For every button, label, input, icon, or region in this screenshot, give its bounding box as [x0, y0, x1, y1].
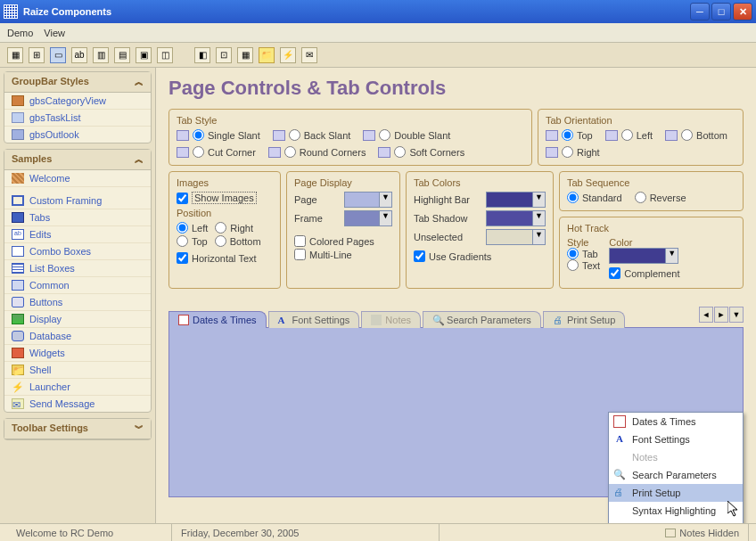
tab-print-setup[interactable]: 🖨Print Setup [543, 311, 625, 328]
toolbar-btn-14[interactable]: ✉ [301, 47, 317, 63]
group-groupbar-styles: GroupBar Styles ︽ gbsCategoryView gbsTas… [4, 71, 152, 143]
label-unselected: Unselected [414, 232, 481, 242]
tab-font-settings[interactable]: AFont Settings [268, 311, 360, 328]
sidebar-item-welcome[interactable]: Welcome [4, 170, 151, 187]
label-highlight: Highlight Bar [414, 194, 481, 205]
radio-seq-reverse[interactable]: Reverse [635, 192, 686, 203]
radio-pos-bottom[interactable]: Bottom [215, 235, 261, 247]
sidebar-item-tabs[interactable]: Tabs [4, 209, 151, 226]
toolbar-btn-13[interactable]: ⚡ [280, 47, 296, 63]
radio-round-corners[interactable]: Round Corners [268, 146, 366, 158]
color-unselected[interactable]: ▼ [486, 229, 546, 245]
toolbar-btn-7[interactable]: ▣ [136, 47, 152, 63]
sidebar-item-launcher[interactable]: ⚡Launcher [4, 379, 151, 396]
label-shadow: Tab Shadow [414, 213, 481, 224]
toolbar-btn-3[interactable]: ▭ [50, 47, 66, 63]
dropdown-arrow-icon: ▼ [379, 193, 391, 207]
check-show-images[interactable]: Show Images [177, 192, 273, 204]
toolbar-btn-8[interactable]: ◫ [157, 47, 173, 63]
sidebar-item-database[interactable]: Database [4, 328, 151, 345]
sidebar-item-tasklist[interactable]: gbsTaskList [4, 110, 151, 127]
dd-font-settings[interactable]: AFont Settings [609, 430, 743, 448]
sidebar-item-buttons[interactable]: Buttons [4, 294, 151, 311]
print-icon: 🖨 [613, 487, 626, 499]
dropdown-arrow-icon: ▼ [532, 193, 545, 207]
tab-search-parameters[interactable]: 🔍Search Parameters [423, 311, 541, 328]
dd-search-parameters[interactable]: 🔍Search Parameters [609, 466, 743, 484]
menu-view[interactable]: View [44, 28, 65, 38]
sidebar-item-send-message[interactable]: ✉Send Message [4, 396, 151, 412]
box-hot-track: Hot Track Style Tab Text Color ▼ Complem… [559, 217, 744, 289]
toolbar-btn-4[interactable]: ab [71, 47, 87, 63]
toolbar-btn-1[interactable]: ▦ [7, 47, 23, 63]
tab-menu-button[interactable]: ▼ [729, 307, 744, 323]
sidebar-item-edits[interactable]: abEdits [4, 226, 151, 243]
minimize-button[interactable]: ─ [690, 3, 710, 20]
sidebar-item-custom-framing[interactable]: Custom Framing [4, 193, 151, 209]
radio-orient-bottom[interactable]: Bottom [665, 129, 727, 141]
color-highlight[interactable]: ▼ [486, 192, 546, 208]
sidebar-item-list-boxes[interactable]: List Boxes [4, 260, 151, 277]
radio-seq-standard[interactable]: Standard [567, 192, 622, 203]
toolbar-btn-2[interactable]: ⊞ [29, 47, 45, 63]
combo-frame[interactable]: ▼ [344, 210, 392, 226]
check-complement[interactable]: Complement [609, 267, 679, 279]
group-head-groupbar[interactable]: GroupBar Styles ︽ [4, 72, 151, 93]
radio-pos-top[interactable]: Top [177, 235, 208, 247]
dd-syntax-highlighting[interactable]: Syntax Highlighting [609, 502, 743, 520]
radio-orient-top[interactable]: Top [546, 129, 593, 141]
box-title-tabcolors: Tab Colors [414, 177, 546, 188]
toolbar-btn-11[interactable]: ▦ [237, 47, 253, 63]
maximize-button[interactable]: □ [711, 3, 731, 20]
box-page-display: Page Display Page▼ Frame▼ Colored Pages … [286, 171, 400, 289]
sidebar-item-combo-boxes[interactable]: Combo Boxes [4, 243, 151, 260]
toolbar-btn-12[interactable]: 📁 [259, 47, 275, 63]
sidebar-item-widgets[interactable]: Widgets [4, 345, 151, 362]
sidebar-item-categoryview[interactable]: gbsCategoryView [4, 93, 151, 110]
radio-orient-right[interactable]: Right [546, 146, 600, 158]
sidebar-item-common[interactable]: Common [4, 277, 151, 294]
dd-dates-times[interactable]: Dates & Times [609, 413, 743, 430]
toolbar-btn-5[interactable]: ▥ [93, 47, 109, 63]
tab-dates-times[interactable]: Dates & Times [168, 311, 267, 328]
menu-bar: Demo View [0, 23, 756, 43]
color-hottrack[interactable]: ▼ [609, 248, 678, 264]
toolbar-btn-6[interactable]: ▤ [114, 47, 130, 63]
radio-single-slant[interactable]: Single Slant [177, 129, 260, 141]
tab-scroll-right[interactable]: ► [714, 307, 728, 323]
title-bar: Raize Components ─ □ ✕ [0, 0, 756, 23]
color-shadow[interactable]: ▼ [486, 210, 546, 226]
radio-soft-corners[interactable]: Soft Corners [378, 146, 464, 158]
close-button[interactable]: ✕ [733, 3, 752, 20]
radio-back-slant[interactable]: Back Slant [273, 129, 351, 141]
dd-notes[interactable]: Notes [609, 448, 743, 466]
sidebar-item-outlook[interactable]: gbsOutlook [4, 127, 151, 143]
radio-pos-left[interactable]: Left [177, 222, 208, 234]
radio-pos-right[interactable]: Right [215, 222, 253, 234]
sidebar-item-display[interactable]: Display [4, 311, 151, 328]
check-horizontal-text[interactable]: Horizontal Text [177, 252, 273, 264]
menu-demo[interactable]: Demo [7, 28, 33, 38]
calendar-icon [613, 415, 626, 428]
check-colored-pages[interactable]: Colored Pages [294, 235, 392, 247]
radio-orient-left[interactable]: Left [605, 129, 653, 141]
sidebar-item-shell[interactable]: 📁Shell [4, 362, 151, 379]
toolbar-btn-10[interactable]: ⊡ [216, 47, 232, 63]
group-head-samples[interactable]: Samples ︽ [4, 150, 151, 170]
sidebar: GroupBar Styles ︽ gbsCategoryView gbsTas… [0, 68, 156, 523]
dd-keyboard-templates[interactable]: Keyboard Templates [609, 520, 743, 523]
radio-cut-corner[interactable]: Cut Corner [177, 146, 256, 158]
radio-ht-tab[interactable]: Tab [567, 248, 600, 259]
tab-notes[interactable]: Notes [361, 311, 421, 328]
tab-scroll-left[interactable]: ◄ [699, 307, 713, 323]
box-title-pagedisplay: Page Display [294, 177, 392, 188]
combo-page[interactable]: ▼ [344, 192, 392, 208]
check-use-gradients[interactable]: Use Gradients [414, 250, 546, 262]
group-head-toolbar[interactable]: Toolbar Settings ︾ [4, 419, 151, 439]
check-multi-line[interactable]: Multi-Line [294, 249, 392, 260]
dd-print-setup[interactable]: 🖨Print Setup [609, 484, 743, 502]
radio-double-slant[interactable]: Double Slant [363, 129, 450, 141]
radio-ht-text[interactable]: Text [567, 259, 600, 271]
toolbar-btn-9[interactable]: ◧ [194, 47, 210, 63]
status-welcome: Welcome to RC Demo [7, 524, 172, 541]
